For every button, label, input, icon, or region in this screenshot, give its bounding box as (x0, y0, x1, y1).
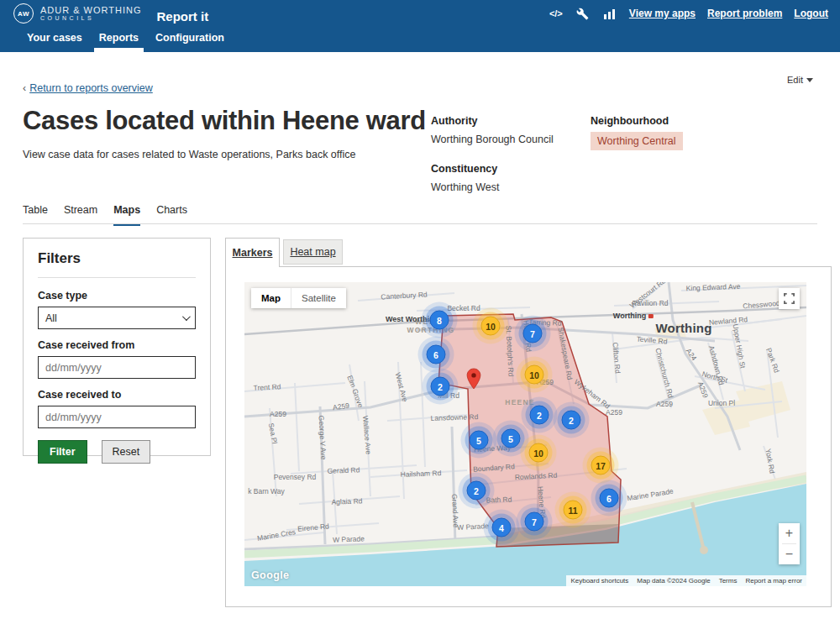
received-from-input[interactable] (38, 356, 196, 379)
area-label: HEENE (505, 398, 534, 406)
map-cluster-marker-blue[interactable]: 7 (523, 324, 543, 343)
street-label: Becket Rd (447, 304, 480, 312)
authority-label: Authority (431, 115, 554, 127)
nav-reports[interactable]: Reports (91, 27, 147, 52)
map-tab-heatmap[interactable]: Heat map (283, 239, 343, 265)
map-cluster-marker-blue[interactable]: 6 (427, 345, 446, 364)
map-type-satellite-button[interactable]: Satellite (291, 288, 346, 308)
map-panel: Canterbury RdBecket RdPavilion RdTarring… (225, 266, 832, 607)
primary-nav: Your cases Reports Configuration (18, 27, 233, 52)
neighbourhood-label: Neighbourhood (591, 115, 683, 127)
street-label: Trent Rd (253, 382, 281, 392)
authority-value: Worthing Borough Council (431, 134, 554, 145)
filters-divider (38, 277, 196, 278)
case-type-select[interactable]: All (38, 307, 196, 329)
station-label: Worthing (613, 312, 654, 320)
app-title: Report it (157, 9, 209, 24)
map-cluster-marker-yellow[interactable]: 10 (481, 317, 501, 336)
zoom-in-button[interactable]: + (779, 523, 800, 543)
map-cluster-marker-blue[interactable]: 2 (467, 481, 486, 501)
map-type-control: Map Satellite (251, 288, 346, 308)
filters-title: Filters (38, 250, 196, 267)
chart-icon[interactable] (602, 7, 617, 20)
case-type-label: Case type (38, 290, 196, 302)
zoom-control: + − (779, 523, 800, 564)
street-label: Hailsham Rd (401, 469, 442, 479)
map-pin-icon[interactable] (466, 368, 481, 390)
map-tab-markers[interactable]: Markers (225, 238, 280, 267)
street-label: W Parade (333, 534, 365, 543)
map-cluster-marker-blue[interactable]: 6 (600, 489, 619, 508)
fullscreen-button[interactable] (779, 288, 800, 309)
map-cluster-marker-yellow[interactable]: 10 (525, 365, 544, 385)
city-label: Worthing (655, 321, 711, 335)
page-title: Cases located within Heene ward (23, 106, 426, 136)
map-cluster-marker-blue[interactable]: 5 (501, 429, 521, 448)
link-report-problem[interactable]: Report problem (707, 8, 782, 19)
received-from-label: Case received from (38, 339, 196, 351)
tabs-divider (23, 223, 817, 224)
received-to-input[interactable] (38, 406, 196, 428)
map-cluster-marker-yellow[interactable]: 11 (564, 501, 583, 520)
filters-panel: Filters Case type All Case received from… (23, 238, 211, 456)
street-label: Union Pl (708, 399, 735, 407)
edit-dropdown[interactable]: Edit (787, 75, 813, 85)
area-label: WORTHING (407, 326, 455, 334)
map-cluster-marker-blue[interactable]: 8 (430, 311, 449, 330)
street-label: A259 (270, 410, 286, 418)
map-cluster-marker-blue[interactable]: 2 (431, 377, 450, 396)
chevron-left-icon: ‹ (23, 82, 26, 94)
map-cluster-marker-yellow[interactable]: 17 (591, 456, 611, 475)
code-icon[interactable]: </> (549, 7, 564, 20)
app-header: AW ADUR & WORTHING COUNCILS Report it </… (0, 0, 840, 52)
constituency-value: Worthing West (431, 181, 554, 193)
neighbourhood-badge: Worthing Central (591, 132, 683, 150)
map-attribution: Keyboard shortcuts Map data ©2024 Google… (566, 575, 806, 586)
street-label: Pevensey Rd (274, 473, 317, 481)
street-label: Aglaia Rd (331, 496, 362, 506)
council-logo[interactable]: AW ADUR & WORTHING COUNCILS (13, 3, 142, 24)
filter-button[interactable]: Filter (38, 440, 87, 464)
reset-button[interactable]: Reset (102, 440, 151, 464)
brand-name: ADUR & WORTHING (40, 6, 142, 16)
nav-your-cases[interactable]: Your cases (18, 27, 91, 52)
link-logout[interactable]: Logout (794, 8, 828, 19)
street-label: A259 (606, 408, 622, 417)
street-label: k Barn Way (248, 487, 285, 496)
logo-aw-icon: AW (13, 3, 34, 24)
map-data-copyright: Map data ©2024 Google (633, 575, 714, 586)
received-to-label: Case received to (38, 389, 196, 401)
constituency-label: Constituency (431, 163, 554, 175)
google-logo[interactable]: Google (251, 569, 289, 581)
map-cluster-marker-blue[interactable]: 4 (492, 518, 512, 537)
zoom-out-button[interactable]: − (779, 544, 800, 564)
map-cluster-marker-blue[interactable]: 2 (562, 411, 581, 430)
map-cluster-marker-blue[interactable]: 2 (530, 406, 549, 425)
nav-configuration[interactable]: Configuration (147, 27, 233, 52)
page-subtitle: View case data for cases related to Wast… (23, 149, 356, 160)
street-label: Lansdowne Rd (430, 412, 478, 422)
street-label: Grand Ave (450, 494, 460, 527)
street-label: W Parade (457, 522, 489, 532)
map-canvas[interactable]: Canterbury RdBecket RdPavilion RdTarring… (244, 282, 806, 586)
case-type-selected-value: All (45, 312, 57, 324)
brand-subname: COUNCILS (40, 15, 142, 21)
chevron-down-icon (182, 312, 191, 321)
link-view-my-apps[interactable]: View my apps (629, 8, 696, 19)
street-label: Gerald Rd (327, 465, 360, 475)
report-map-error-link[interactable]: Report a map error (741, 575, 806, 586)
map-cluster-marker-blue[interactable]: 5 (470, 431, 489, 450)
map-type-map-button[interactable]: Map (251, 288, 291, 308)
terms-link[interactable]: Terms (715, 575, 742, 586)
edit-label: Edit (787, 75, 803, 85)
map-cluster-marker-yellow[interactable]: 10 (529, 443, 549, 463)
wrench-icon[interactable] (575, 7, 591, 20)
chevron-down-icon (806, 78, 813, 82)
street-label: A259 (656, 400, 673, 408)
street-label: Bath Rd (486, 495, 512, 504)
keyboard-shortcuts-link[interactable]: Keyboard shortcuts (566, 575, 633, 586)
map-cluster-marker-blue[interactable]: 7 (525, 512, 544, 532)
back-to-reports-link[interactable]: ‹Return to reports overview (23, 82, 153, 94)
